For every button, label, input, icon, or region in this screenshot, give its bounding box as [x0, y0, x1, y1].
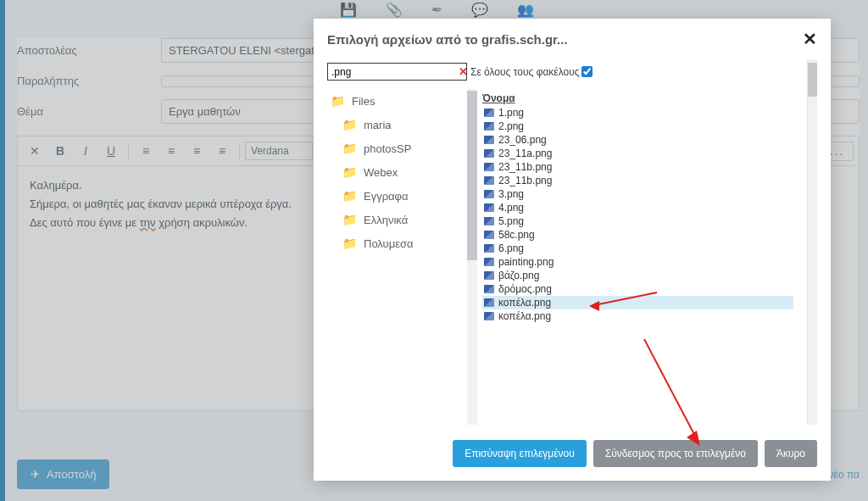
- file-name: 23_11b.png: [498, 161, 552, 173]
- folder-icon: 📁: [342, 237, 357, 250]
- file-row[interactable]: 58c.png: [482, 228, 793, 242]
- file-row[interactable]: 23_11b.png: [482, 174, 793, 187]
- file-list-panel: Όνομα 1.png2.png23_06.png23_11a.png23_11…: [467, 89, 798, 425]
- file-name: 23_06.png: [498, 134, 547, 146]
- file-name: κοπέλα.png: [498, 297, 551, 309]
- file-name: βάζο.png: [498, 270, 539, 281]
- file-row[interactable]: 6.png: [482, 242, 793, 255]
- modal-footer: Επισύναψη επιλεγμένου Σύνδεσμος προς το …: [314, 430, 831, 481]
- file-row[interactable]: κοπέλα.png: [482, 296, 793, 309]
- search-row: ✕ Σε όλους τους φακέλους: [327, 59, 798, 81]
- folder-item[interactable]: 📁Εγγραφα: [327, 184, 463, 208]
- file-name: 58c.png: [498, 229, 535, 241]
- folder-item[interactable]: 📁Πολυμεσα: [327, 231, 463, 255]
- image-file-icon: [484, 149, 494, 158]
- close-icon[interactable]: ✕: [803, 29, 817, 49]
- search-box: ✕: [327, 63, 467, 81]
- scrollbar-thumb[interactable]: [467, 91, 477, 260]
- folder-icon: 📁: [342, 189, 357, 203]
- clear-search-icon[interactable]: ✕: [459, 65, 468, 78]
- file-name: δρόμος.png: [498, 283, 552, 295]
- file-row[interactable]: βάζο.png: [482, 269, 793, 282]
- file-row[interactable]: 2.png: [482, 120, 793, 133]
- folder-item[interactable]: 📁maria: [327, 113, 463, 136]
- folder-icon: 📁: [342, 142, 357, 155]
- file-list-scrollbar[interactable]: [467, 89, 477, 425]
- folder-item[interactable]: 📁Ελληνικά: [327, 208, 463, 231]
- image-file-icon: [484, 176, 494, 185]
- file-row[interactable]: 5.png: [482, 214, 793, 228]
- folder-icon: 📁: [342, 213, 357, 226]
- folder-icon: 📁: [342, 118, 357, 131]
- image-file-icon: [484, 285, 494, 293]
- modal-title: Επιλογή αρχείων από το grafis.sch.gr...: [327, 32, 568, 47]
- image-file-icon: [484, 163, 494, 171]
- image-file-icon: [484, 312, 494, 320]
- file-row[interactable]: 4.png: [482, 201, 793, 214]
- file-name: 23_11b.png: [498, 175, 552, 186]
- file-name: κοπέλα.png: [498, 310, 551, 322]
- cancel-button[interactable]: Άκυρο: [765, 440, 817, 467]
- folder-tree: 📁 Files 📁maria📁photosSP📁Webex📁Εγγραφα📁Ελ…: [327, 89, 467, 425]
- image-file-icon: [484, 258, 494, 266]
- image-file-icon: [484, 136, 494, 144]
- file-picker-modal: Επιλογή αρχείων από το grafis.sch.gr... …: [314, 19, 831, 481]
- file-row[interactable]: 3.png: [482, 187, 793, 201]
- image-file-icon: [484, 190, 494, 198]
- file-name: 2.png: [498, 120, 524, 132]
- file-name: 1.png: [498, 107, 524, 119]
- file-row[interactable]: δρόμος.png: [482, 282, 793, 296]
- image-file-icon: [484, 109, 494, 117]
- modal-body: ✕ Σε όλους τους φακέλους 📁 Files 📁maria📁…: [314, 59, 831, 430]
- file-row[interactable]: 23_11b.png: [482, 160, 793, 174]
- search-input[interactable]: [331, 66, 459, 78]
- file-name: 23_11a.png: [498, 148, 552, 159]
- folder-root[interactable]: 📁 Files: [327, 89, 463, 113]
- attach-selected-button[interactable]: Επισύναψη επιλεγμένου: [453, 440, 587, 467]
- file-row[interactable]: 1.png: [482, 106, 793, 120]
- folder-item[interactable]: 📁photosSP: [327, 136, 463, 160]
- file-name: 5.png: [498, 215, 524, 227]
- folder-icon: 📁: [331, 94, 345, 108]
- all-folders-checkbox-label[interactable]: Σε όλους τους φακέλους: [470, 66, 593, 78]
- column-header-name[interactable]: Όνομα: [482, 91, 793, 106]
- image-file-icon: [484, 122, 494, 131]
- file-row[interactable]: painting.png: [482, 255, 793, 269]
- file-row[interactable]: 23_11a.png: [482, 147, 793, 160]
- file-browser: 📁 Files 📁maria📁photosSP📁Webex📁Εγγραφα📁Ελ…: [327, 89, 798, 425]
- file-row[interactable]: 23_06.png: [482, 133, 793, 147]
- file-name: 3.png: [498, 188, 524, 200]
- file-list: Όνομα 1.png2.png23_06.png23_11a.png23_11…: [477, 89, 798, 425]
- link-selected-button[interactable]: Σύνδεσμος προς το επιλεγμένο: [593, 440, 758, 467]
- folder-icon: 📁: [342, 165, 357, 179]
- image-file-icon: [484, 231, 494, 239]
- image-file-icon: [484, 298, 494, 307]
- file-row[interactable]: κοπέλα.png: [482, 309, 793, 323]
- modal-body-scrollbar[interactable]: [807, 59, 817, 425]
- file-name: painting.png: [498, 256, 554, 268]
- all-folders-checkbox[interactable]: [581, 66, 593, 77]
- file-name: 6.png: [498, 242, 524, 254]
- image-file-icon: [484, 271, 494, 280]
- scrollbar-thumb[interactable]: [808, 63, 817, 97]
- file-name: 4.png: [498, 202, 524, 214]
- folder-item[interactable]: 📁Webex: [327, 160, 463, 184]
- modal-header: Επιλογή αρχείων από το grafis.sch.gr... …: [314, 19, 831, 59]
- image-file-icon: [484, 244, 494, 253]
- image-file-icon: [484, 217, 494, 225]
- image-file-icon: [484, 203, 494, 212]
